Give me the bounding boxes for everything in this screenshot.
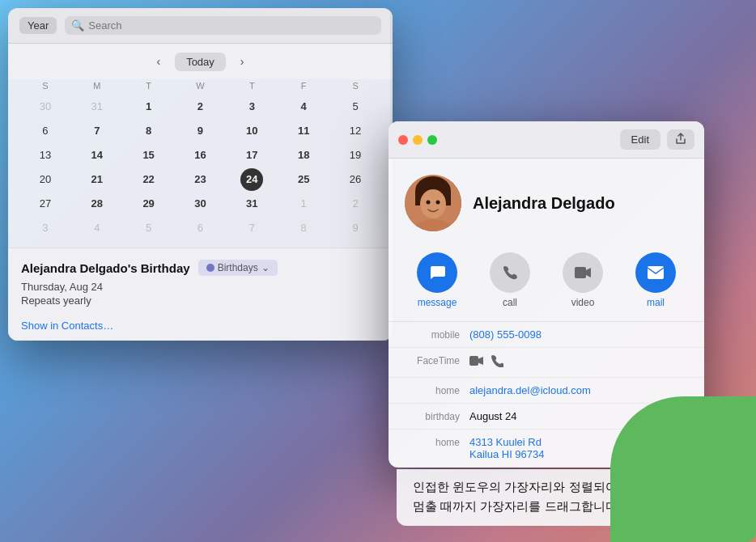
close-button[interactable] xyxy=(398,135,408,145)
today-button[interactable]: Today xyxy=(175,53,226,71)
maximize-button[interactable] xyxy=(427,135,437,145)
share-icon xyxy=(675,133,686,144)
cal-day[interactable]: 14 xyxy=(86,144,108,167)
cal-day[interactable]: 10 xyxy=(240,120,263,142)
calendar-grid: S M T W T F S 30 31 1 2 3 4 5 6 7 8 9 10… xyxy=(8,79,393,248)
cal-day[interactable]: 12 xyxy=(344,120,367,142)
birthdays-badge-button[interactable]: Birthdays ⌄ xyxy=(198,260,278,276)
call-label: call xyxy=(503,297,517,308)
cal-day[interactable]: 6 xyxy=(189,217,211,239)
day-header-f: F xyxy=(278,79,329,92)
cal-day[interactable]: 8 xyxy=(138,120,160,142)
email-value[interactable]: alejandra.del@icloud.com xyxy=(469,384,688,396)
event-repeats: Repeats yearly xyxy=(21,294,380,307)
cal-day[interactable]: 19 xyxy=(344,144,367,167)
cal-day[interactable]: 6 xyxy=(34,120,57,142)
cal-day[interactable]: 1 xyxy=(138,95,160,118)
cal-day[interactable]: 2 xyxy=(189,95,211,118)
cal-day[interactable]: 5 xyxy=(344,95,367,118)
cal-day[interactable]: 29 xyxy=(138,193,160,215)
share-button[interactable] xyxy=(667,129,694,150)
cal-day[interactable]: 5 xyxy=(138,217,160,239)
cal-day[interactable]: 3 xyxy=(240,95,263,118)
avatar-image xyxy=(405,175,461,231)
cal-day[interactable]: 7 xyxy=(240,217,263,239)
cal-day[interactable]: 31 xyxy=(240,193,263,215)
calendar-nav: ‹ Today › xyxy=(8,44,393,79)
calendar-titlebar: Year 🔍 xyxy=(8,8,393,44)
show-contacts-link[interactable]: Show in Contacts… xyxy=(21,320,113,332)
cal-day[interactable]: 26 xyxy=(344,168,367,191)
cal-day[interactable]: 27 xyxy=(34,193,57,215)
facetime-label: FaceTime xyxy=(405,354,469,366)
svg-rect-9 xyxy=(469,356,478,366)
detail-row-mobile: mobile (808) 555-0098 xyxy=(389,322,704,348)
svg-rect-7 xyxy=(575,267,586,278)
cal-day[interactable]: 28 xyxy=(86,193,108,215)
video-camera-icon xyxy=(574,265,592,280)
cal-day[interactable]: 17 xyxy=(240,144,263,167)
cal-day[interactable]: 16 xyxy=(189,144,211,167)
calendar-rows: 30 31 1 2 3 4 5 6 7 8 9 10 11 12 13 14 1… xyxy=(19,95,381,239)
cal-day[interactable]: 3 xyxy=(34,217,57,239)
cal-day[interactable]: 13 xyxy=(34,144,57,167)
facetime-video-icon[interactable] xyxy=(469,355,484,370)
action-video[interactable]: video xyxy=(563,252,603,308)
traffic-lights xyxy=(398,135,437,145)
cal-day[interactable]: 7 xyxy=(86,120,108,142)
cal-day[interactable]: 1 xyxy=(292,193,315,215)
next-month-button[interactable]: › xyxy=(234,52,251,71)
cal-day[interactable]: 22 xyxy=(138,168,160,191)
cal-day[interactable]: 30 xyxy=(189,193,211,215)
cal-day[interactable]: 21 xyxy=(86,168,108,191)
day-header-t2: T xyxy=(226,79,278,92)
day-header-s2: S xyxy=(329,79,381,92)
birthdays-badge-label: Birthdays xyxy=(218,262,258,273)
envelope-icon xyxy=(647,265,665,280)
cal-day[interactable]: 20 xyxy=(34,168,57,191)
cal-day[interactable]: 25 xyxy=(292,168,315,191)
search-bar: 🔍 xyxy=(65,16,381,35)
message-bubble-icon xyxy=(428,264,446,282)
mobile-label: mobile xyxy=(405,328,469,341)
home-address-label: home xyxy=(405,436,469,448)
search-input[interactable] xyxy=(88,19,375,32)
year-button[interactable]: Year xyxy=(19,17,57,34)
svg-rect-8 xyxy=(648,266,664,279)
minimize-button[interactable] xyxy=(413,135,423,145)
desktop-decoration xyxy=(610,396,756,542)
mobile-value[interactable]: (808) 555-0098 xyxy=(469,328,688,341)
detail-row-email: home alejandra.del@icloud.com xyxy=(389,378,704,404)
prev-month-button[interactable]: ‹ xyxy=(150,52,167,71)
cal-day[interactable]: 31 xyxy=(86,95,108,118)
day-header-w: W xyxy=(175,79,227,92)
cal-day[interactable]: 9 xyxy=(189,120,211,142)
edit-button[interactable]: Edit xyxy=(620,129,660,150)
cal-day[interactable]: 4 xyxy=(86,217,108,239)
svg-point-6 xyxy=(436,201,440,205)
cal-day[interactable]: 2 xyxy=(344,193,367,215)
message-label: message xyxy=(418,297,457,308)
contact-header: Alejandra Delgado xyxy=(389,159,704,244)
calendar-window: Year 🔍 ‹ Today › S M T W T F S 30 31 1 2… xyxy=(8,8,393,341)
mail-icon xyxy=(635,252,676,293)
cal-day[interactable]: 15 xyxy=(138,144,160,167)
cal-day[interactable]: 9 xyxy=(344,217,367,239)
day-header-m: M xyxy=(71,79,123,92)
cal-day[interactable]: 8 xyxy=(292,217,315,239)
cal-day[interactable]: 23 xyxy=(189,168,211,191)
cal-day-today[interactable]: 24 xyxy=(240,168,263,191)
cal-day[interactable]: 4 xyxy=(292,95,315,118)
call-icon xyxy=(490,252,530,293)
contacts-title-buttons: Edit xyxy=(620,129,694,150)
cal-day[interactable]: 11 xyxy=(292,120,315,142)
action-call[interactable]: call xyxy=(490,252,530,308)
action-mail[interactable]: mail xyxy=(635,252,676,308)
facetime-phone-icon[interactable] xyxy=(491,354,503,371)
cal-day[interactable]: 30 xyxy=(34,95,57,118)
contact-actions: message call video xyxy=(389,244,704,321)
home-email-label: home xyxy=(405,384,469,396)
event-date: Thursday, Aug 24 xyxy=(21,281,380,293)
cal-day[interactable]: 18 xyxy=(292,144,315,167)
action-message[interactable]: message xyxy=(417,252,457,308)
